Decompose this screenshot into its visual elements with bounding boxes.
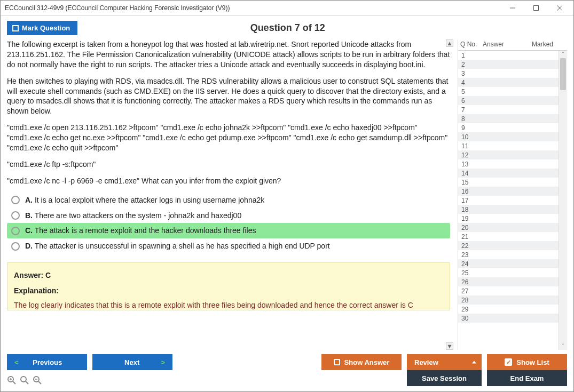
col-marked: Marked — [520, 41, 565, 48]
next-button[interactable]: Next > — [92, 354, 172, 370]
answer-box: Answer: C Explanation: The log clearly i… — [7, 262, 450, 310]
row-number: 6 — [461, 97, 483, 105]
review-dropdown[interactable]: Review — [407, 354, 482, 370]
row-number: 22 — [461, 242, 483, 250]
row-number: 12 — [461, 151, 483, 159]
row-number: 2 — [461, 61, 483, 68]
checkbox-icon — [334, 359, 340, 365]
list-row[interactable]: 12 — [458, 150, 567, 159]
scrollbar-thumb[interactable] — [560, 58, 566, 90]
question-pane: ▲ ▼ The following excerpt is taken from … — [7, 39, 452, 350]
list-row[interactable]: 20 — [458, 223, 567, 232]
list-row[interactable]: 11 — [458, 141, 567, 150]
list-row[interactable]: 25 — [458, 268, 567, 277]
answer-title: Answer: C — [14, 270, 443, 281]
radio-icon — [11, 211, 20, 220]
list-row[interactable]: 22 — [458, 241, 567, 250]
row-number: 7 — [461, 106, 483, 114]
close-button[interactable] — [548, 1, 571, 15]
list-row[interactable]: 4 — [458, 78, 567, 87]
list-row[interactable]: 27 — [458, 286, 567, 295]
list-row[interactable]: 10 — [458, 132, 567, 141]
svg-rect-1 — [534, 5, 539, 10]
minimize-button[interactable] — [501, 1, 524, 15]
window-title: ECCouncil 312-49v9 (ECCouncil Computer H… — [3, 4, 501, 12]
row-number: 30 — [461, 315, 483, 322]
scroll-down-icon[interactable]: ˇ — [559, 342, 567, 350]
zoom-out-icon — [33, 375, 42, 385]
radio-icon — [11, 196, 20, 204]
option-a[interactable]: A. It is a local exploit where the attac… — [7, 193, 450, 208]
row-number: 20 — [461, 224, 483, 231]
list-row[interactable]: 6 — [458, 96, 567, 105]
option-b[interactable]: B. There are two attackers on the system… — [7, 208, 450, 223]
list-row[interactable]: 15 — [458, 178, 567, 187]
option-label: D. The attacker is unsuccessful in spawn… — [25, 241, 330, 251]
row-number: 16 — [461, 188, 483, 195]
header-row: Mark Question Question 7 of 12 — [7, 21, 567, 35]
list-row[interactable]: 19 — [458, 214, 567, 223]
row-number: 4 — [461, 79, 483, 86]
list-row[interactable]: 2 — [458, 60, 567, 69]
maximize-icon — [533, 5, 539, 11]
list-row[interactable]: 30 — [458, 314, 567, 323]
mark-question-button[interactable]: Mark Question — [7, 21, 77, 35]
list-row[interactable]: 7 — [458, 105, 567, 114]
app-window: ECCouncil 312-49v9 (ECCouncil Computer H… — [0, 0, 574, 392]
option-label: C. The attack is a remote exploit and th… — [25, 226, 256, 236]
options-list: A. It is a local exploit where the attac… — [7, 193, 450, 254]
zoom-reset-button[interactable] — [20, 375, 29, 385]
minimize-icon — [509, 5, 516, 11]
row-number: 9 — [461, 124, 483, 132]
list-row[interactable]: 8 — [458, 114, 567, 123]
list-row[interactable]: 9 — [458, 123, 567, 132]
question-list[interactable]: 1234567891011121314151617181920212223242… — [458, 51, 567, 350]
list-row[interactable]: 21 — [458, 232, 567, 241]
question-scroll[interactable]: The following excerpt is taken from a ho… — [7, 39, 452, 350]
titlebar: ECCouncil 312-49v9 (ECCouncil Computer H… — [1, 1, 573, 15]
save-session-button[interactable]: Save Session — [407, 370, 482, 386]
list-row[interactable]: 16 — [458, 187, 567, 196]
option-d[interactable]: D. The attacker is unsuccessful in spawn… — [7, 238, 450, 254]
radio-icon — [11, 242, 20, 251]
row-number: 19 — [461, 215, 483, 222]
svg-point-8 — [21, 377, 26, 382]
question-para: The following excerpt is taken from a ho… — [7, 39, 450, 70]
list-row[interactable]: 26 — [458, 277, 567, 286]
show-list-label: Show List — [516, 358, 549, 366]
question-body: The following excerpt is taken from a ho… — [7, 39, 450, 310]
zoom-in-button[interactable] — [7, 375, 17, 385]
save-session-label: Save Session — [422, 374, 467, 382]
list-scrollbar[interactable]: ˆ ˇ — [559, 51, 567, 350]
option-c[interactable]: C. The attack is a remote exploit and th… — [7, 223, 450, 238]
list-row[interactable]: 28 — [458, 295, 567, 305]
footer-row: < Previous Next > Show Answer Review ✓ S… — [7, 350, 567, 370]
close-icon — [556, 5, 563, 11]
list-row[interactable]: 23 — [458, 250, 567, 259]
question-para: "cmd1.exe /c nc -l -p 6969 -e cmd1.exe" … — [7, 176, 450, 186]
list-row[interactable]: 5 — [458, 87, 567, 96]
zoom-controls — [7, 375, 42, 385]
svg-line-5 — [13, 381, 15, 384]
show-answer-button[interactable]: Show Answer — [321, 354, 402, 370]
list-row[interactable]: 14 — [458, 169, 567, 178]
review-label: Review — [414, 358, 438, 366]
explanation-text: The log clearly indicates that this is a… — [14, 300, 443, 310]
zoom-out-button[interactable] — [33, 375, 42, 385]
previous-button[interactable]: < Previous — [7, 354, 87, 370]
list-row[interactable]: 13 — [458, 159, 567, 169]
list-row[interactable]: 3 — [458, 69, 567, 78]
list-row[interactable]: 18 — [458, 205, 567, 214]
maximize-button[interactable] — [524, 1, 548, 15]
list-row[interactable]: 17 — [458, 196, 567, 205]
main-row: ▲ ▼ The following excerpt is taken from … — [7, 39, 567, 350]
show-list-button[interactable]: ✓ Show List — [487, 354, 567, 370]
search-icon — [20, 375, 29, 385]
list-row[interactable]: 29 — [458, 305, 567, 314]
col-answer: Answer — [483, 41, 520, 48]
list-row[interactable]: 24 — [458, 259, 567, 268]
row-number: 15 — [461, 179, 483, 186]
list-row[interactable]: 1 — [458, 51, 567, 60]
end-exam-button[interactable]: End Exam — [487, 370, 567, 386]
scroll-up-icon[interactable]: ˆ — [559, 51, 567, 58]
